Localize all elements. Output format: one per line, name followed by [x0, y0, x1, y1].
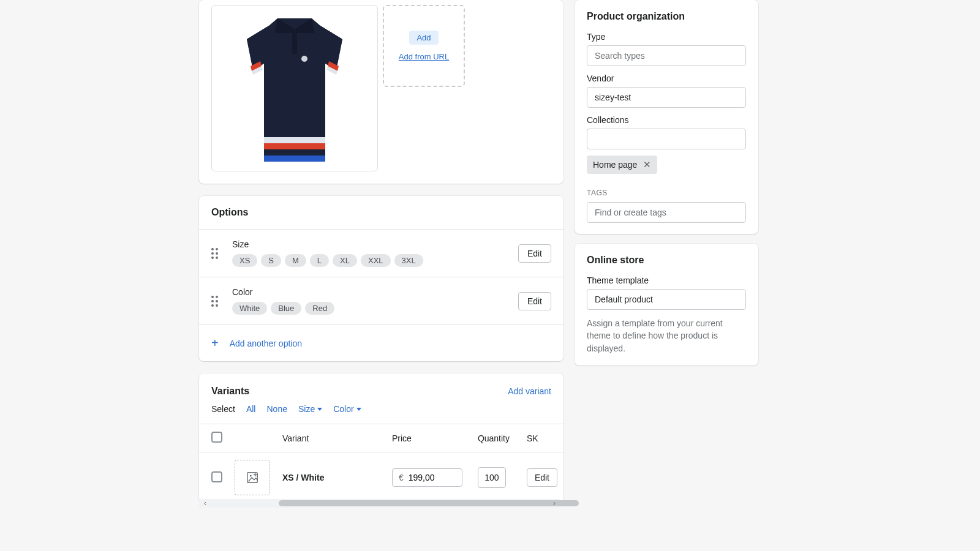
media-uploader[interactable]: Add Add from URL [383, 5, 465, 87]
price-field[interactable] [409, 473, 451, 482]
add-from-url-link[interactable]: Add from URL [399, 52, 449, 61]
variants-card: Variants Add variant Select All None Siz… [199, 373, 564, 503]
svg-rect-4 [264, 156, 325, 162]
add-option-button[interactable]: + Add another option [199, 324, 564, 361]
caret-down-icon [356, 408, 361, 411]
template-helper-text: Assign a template from your current them… [587, 317, 746, 354]
remove-chip-icon[interactable]: ✕ [643, 159, 651, 170]
option-chip: M [285, 254, 306, 267]
option-chip: XS [232, 254, 257, 267]
variant-edit-button[interactable]: Edit [527, 468, 557, 487]
variant-select-row: Select All None Size Color [199, 397, 564, 424]
option-chip: 3XL [394, 254, 423, 267]
variant-quantity-input[interactable] [478, 467, 506, 488]
variant-image-placeholder[interactable] [235, 460, 270, 495]
theme-template-select[interactable]: Default product [587, 289, 746, 310]
product-image-thumb[interactable] [211, 5, 378, 171]
collections-label: Collections [587, 115, 746, 125]
variant-name: XS / White [276, 452, 386, 503]
select-size-link[interactable]: Size [298, 404, 322, 414]
collection-chip-label: Home page [593, 160, 637, 170]
col-quantity: Quantity [472, 424, 521, 452]
option-chip: Red [305, 302, 334, 315]
variant-checkbox[interactable] [211, 471, 222, 482]
media-card: Add Add from URL [199, 0, 564, 184]
online-store-card: Online store Theme template Default prod… [575, 244, 758, 365]
variant-row: XS / White € [199, 452, 564, 503]
collection-chip: Home page ✕ [587, 156, 657, 174]
option-row-size: Size XS S M L XL XXL 3XL Edit [199, 229, 564, 277]
currency-symbol: € [399, 473, 404, 482]
plus-icon: + [211, 336, 219, 350]
tags-label: TAGS [587, 189, 746, 197]
edit-option-button[interactable]: Edit [518, 244, 551, 263]
option-chip: XXL [361, 254, 391, 267]
variant-price-input[interactable]: € [392, 468, 462, 487]
option-name: Size [232, 239, 508, 249]
option-chip: White [232, 302, 267, 315]
horizontal-scrollbar[interactable]: ‹ › [199, 499, 560, 508]
options-title: Options [199, 196, 564, 229]
svg-rect-3 [264, 149, 325, 156]
svg-rect-1 [264, 137, 325, 143]
image-placeholder-icon [246, 471, 259, 484]
option-values: XS S M L XL XXL 3XL [232, 254, 508, 267]
svg-point-5 [301, 56, 307, 62]
drag-handle-icon[interactable] [211, 296, 222, 307]
tags-input[interactable] [587, 202, 746, 223]
template-value: Default product [595, 294, 653, 304]
scroll-thumb[interactable] [279, 500, 579, 506]
svg-rect-0 [292, 29, 297, 54]
add-variant-link[interactable]: Add variant [508, 386, 551, 396]
option-row-color: Color White Blue Red Edit [199, 277, 564, 324]
variants-title: Variants [211, 386, 249, 397]
drag-handle-icon[interactable] [211, 248, 222, 259]
option-values: White Blue Red [232, 302, 508, 315]
edit-option-button[interactable]: Edit [518, 292, 551, 310]
scroll-left-icon[interactable]: ‹ [204, 499, 206, 508]
type-label: Type [587, 32, 746, 42]
select-color-link[interactable]: Color [333, 404, 361, 414]
select-none-link[interactable]: None [266, 404, 287, 414]
product-organization-card: Product organization Type Vendor Collect… [575, 0, 758, 234]
online-title: Online store [587, 255, 746, 266]
option-chip: Blue [271, 302, 301, 315]
col-sku: SK [521, 424, 564, 452]
options-card: Options Size XS S M L XL XXL 3XL [199, 196, 564, 361]
polo-shirt-image [233, 15, 356, 162]
type-input[interactable] [587, 45, 746, 66]
scroll-right-icon[interactable]: › [553, 499, 556, 508]
variants-table: Variant Price Quantity SK [199, 424, 564, 503]
option-name: Color [232, 287, 508, 297]
vendor-input[interactable] [587, 87, 746, 108]
col-price: Price [386, 424, 472, 452]
caret-down-icon [317, 408, 322, 411]
add-option-label: Add another option [230, 339, 302, 348]
col-variant: Variant [276, 424, 386, 452]
org-title: Product organization [587, 11, 746, 22]
add-media-button[interactable]: Add [409, 31, 438, 45]
collections-input[interactable] [587, 129, 746, 149]
option-chip: XL [333, 254, 357, 267]
select-label: Select [211, 404, 235, 414]
vendor-label: Vendor [587, 73, 746, 83]
select-all-checkbox[interactable] [211, 432, 222, 443]
option-chip: L [310, 254, 329, 267]
option-chip: S [261, 254, 281, 267]
svg-rect-2 [264, 143, 325, 149]
select-all-link[interactable]: All [246, 404, 256, 414]
template-label: Theme template [587, 276, 746, 285]
svg-point-7 [250, 475, 252, 477]
